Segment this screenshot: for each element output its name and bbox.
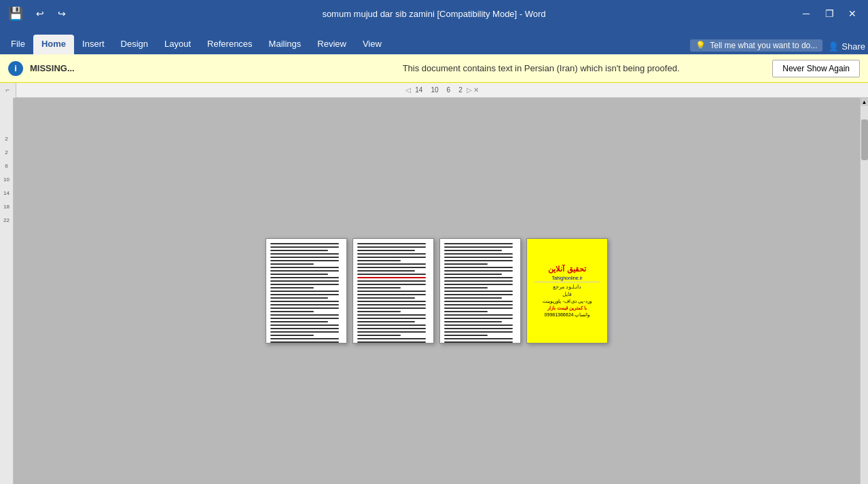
- line: [357, 257, 426, 258]
- search-box[interactable]: 💡 Tell me what you want to do...: [690, 39, 822, 52]
- line: [357, 250, 415, 251]
- line: [444, 250, 502, 251]
- line: [270, 274, 328, 275]
- line: [357, 253, 426, 255]
- notification-message: This document contains text in Persian (…: [403, 63, 766, 73]
- line: [444, 314, 513, 316]
- red-line: [357, 277, 426, 278]
- restore-button[interactable]: ❐: [819, 3, 839, 24]
- line: [444, 341, 513, 343]
- title-bar-left: 💾 ↩ ↪: [5, 3, 72, 24]
- never-show-button[interactable]: Never Show Again: [772, 60, 860, 77]
- line: [270, 338, 339, 339]
- line: [357, 341, 426, 343]
- ruler-corner[interactable]: ⌐: [0, 83, 16, 98]
- close-button[interactable]: ✕: [842, 3, 863, 24]
- line: [357, 294, 426, 295]
- line: [357, 284, 426, 285]
- tab-mailings[interactable]: Mailings: [261, 35, 310, 54]
- line: [357, 263, 426, 265]
- line: [270, 263, 314, 265]
- notification-prefix: MISSING...: [30, 63, 393, 73]
- info-icon: i: [8, 61, 23, 76]
- line: [270, 321, 328, 322]
- line: [444, 267, 513, 268]
- line: [444, 297, 502, 299]
- page-4-ad: تحقیق آنلاین Tahighonline.ir دانـلـود مر…: [526, 238, 608, 343]
- tab-layout[interactable]: Layout: [156, 35, 199, 54]
- tab-references[interactable]: References: [199, 35, 260, 54]
- line: [357, 260, 401, 261]
- title-bar: 💾 ↩ ↪ somum mujud dar sib zamini [Compat…: [0, 0, 868, 27]
- line: [270, 277, 339, 278]
- save-button[interactable]: 💾: [5, 3, 26, 24]
- v-ruler-2b: 2: [5, 145, 7, 159]
- vertical-ruler: 2 2 6 10 14 18 22: [0, 98, 14, 484]
- line: [357, 287, 401, 288]
- line: [444, 257, 513, 258]
- line: [444, 287, 488, 288]
- scroll-up-button[interactable]: ▲: [861, 98, 869, 106]
- line: [270, 308, 339, 309]
- v-ruler-14: 14: [3, 186, 10, 200]
- line: [357, 304, 426, 305]
- right-scrollbar[interactable]: ▲: [860, 98, 868, 484]
- v-ruler-18: 18: [3, 200, 10, 213]
- line: [270, 297, 328, 299]
- line: [444, 253, 513, 255]
- line: [357, 338, 426, 339]
- line: [270, 331, 339, 333]
- ruler-close-icon[interactable]: ✕: [473, 86, 479, 94]
- minimize-button[interactable]: ─: [796, 3, 816, 24]
- notification-bar: i MISSING... This document contains text…: [0, 54, 868, 83]
- lightbulb-icon: 💡: [695, 41, 706, 50]
- line: [357, 280, 426, 282]
- line: [444, 280, 513, 282]
- line: [270, 301, 339, 302]
- ruler-right-arrow: ▷: [467, 86, 472, 94]
- ruler-left-arrow: ◁: [405, 86, 411, 94]
- document-title: somum mujud dar sib zamini [Compatibilit…: [72, 9, 796, 19]
- line: [444, 331, 513, 333]
- line: [270, 267, 339, 268]
- undo-button[interactable]: ↩: [30, 3, 50, 24]
- line: [270, 243, 339, 244]
- ad-line3: ورد-پی دی اف- پاورپوینت: [543, 299, 592, 304]
- line: [270, 335, 314, 336]
- line: [270, 294, 339, 295]
- line: [444, 284, 513, 285]
- ruler-area: ⌐ ◁ 14 10 6 2 ▷ ✕: [0, 83, 868, 98]
- pages-row: تحقیق آنلاین Tahighonline.ir دانـلـود مر…: [266, 238, 608, 343]
- line: [357, 243, 426, 244]
- tab-insert[interactable]: Insert: [74, 35, 113, 54]
- page-1: [266, 238, 347, 343]
- ad-phone: واتساپ 09981366624: [545, 312, 590, 318]
- line: [357, 291, 426, 292]
- tab-review[interactable]: Review: [309, 35, 355, 54]
- main-area: 2 2 6 10 14 18 22: [0, 98, 868, 484]
- tab-view[interactable]: View: [355, 35, 390, 54]
- ruler-2: 2: [454, 86, 467, 94]
- ad-line2: فایل: [562, 291, 572, 297]
- share-button[interactable]: 👤 Share: [828, 41, 865, 52]
- line: [444, 318, 513, 319]
- search-placeholder: Tell me what you want to do...: [710, 41, 817, 50]
- tab-design[interactable]: Design: [113, 35, 156, 54]
- tab-home[interactable]: Home: [33, 35, 74, 54]
- page-3: [439, 238, 521, 343]
- line: [444, 277, 513, 278]
- line: [270, 250, 328, 251]
- redo-button[interactable]: ↪: [52, 3, 72, 24]
- ad-line4: با کمترین قیمت بازار: [547, 305, 587, 311]
- line: [444, 335, 488, 336]
- line: [357, 331, 426, 333]
- tab-file[interactable]: File: [3, 35, 33, 54]
- line: [444, 260, 513, 261]
- line: [270, 324, 339, 326]
- line: [270, 287, 314, 288]
- scroll-thumb[interactable]: [861, 119, 868, 160]
- ad-title: تحقیق آنلاین: [548, 264, 585, 274]
- line: [270, 246, 339, 248]
- line: [270, 270, 339, 272]
- line: [444, 301, 513, 302]
